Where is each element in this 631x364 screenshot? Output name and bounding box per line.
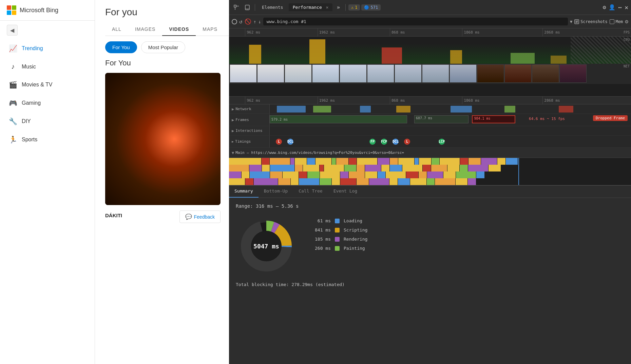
tab-videos[interactable]: VIDEOS — [162, 23, 196, 36]
device-toolbar-icon[interactable] — [243, 3, 252, 12]
screenshot-thumb-9 — [450, 64, 477, 83]
timing-FP: FP — [369, 139, 376, 145]
tab-images[interactable]: IMAGES — [128, 23, 162, 36]
sidebar-item-gaming[interactable]: 🎮 Gaming — [3, 94, 91, 112]
tab-summary[interactable]: Summary — [229, 186, 259, 198]
main-thread-label: Main — https://www.bing.com/videos/brows… — [235, 150, 404, 155]
more-options-icon[interactable]: ⋯ — [618, 4, 622, 11]
net-bar-7 — [559, 106, 573, 113]
microsoft-logo-icon — [7, 5, 16, 15]
bottom-tabs: Summary Bottom-Up Call Tree Event Log — [229, 186, 631, 198]
cpu-spike-1 — [249, 45, 261, 64]
url-field[interactable] — [263, 18, 568, 25]
settings-icon[interactable]: ⚙ — [603, 4, 606, 11]
mem-checkbox[interactable] — [610, 19, 614, 24]
devtools-panel: Elements Performance ✕ » ⚠ 1 🔵 571 ⚙ 👤 ⋯… — [229, 0, 631, 364]
rendering-ms: 185 ms — [310, 237, 331, 242]
topbar-divider — [255, 4, 255, 11]
tab-maps[interactable]: MAPS — [196, 23, 224, 36]
thread-row-2 — [229, 165, 631, 171]
cpu-spike-4 — [450, 50, 462, 64]
sidebar-item-diy[interactable]: 🔧 DIY — [3, 113, 91, 130]
screenshots-checkbox[interactable]: ✓ — [574, 19, 579, 24]
reload-icon[interactable]: ↺ — [239, 18, 243, 25]
frames-expand-icon[interactable]: ▶ — [232, 118, 234, 122]
timeline-ruler-second: 962 ms 1962 ms 868 ms 1868 ms 2868 ms — [229, 96, 631, 104]
sidebar-item-label-sports: Sports — [22, 137, 37, 143]
close-devtools-button[interactable]: ✕ — [625, 4, 628, 11]
rendering-label: Rendering — [344, 237, 367, 242]
painting-ms: 260 ms — [310, 246, 331, 251]
sidebar-nav: 📈 Trending ♪ Music 🎬 Movies & TV 🎮 Gamin… — [0, 40, 95, 148]
screenshot-thumb-4 — [312, 64, 339, 83]
summary-layout: 5047 ms 61 ms Loading 841 ms Scripting — [236, 216, 624, 277]
ruler2-868: 868 ms — [390, 97, 405, 104]
devtools-topbar: Elements Performance ✕ » ⚠ 1 🔵 571 ⚙ 👤 ⋯… — [229, 0, 631, 15]
screenshot-thumb-6 — [367, 64, 394, 83]
download-icon[interactable]: ↓ — [258, 19, 261, 24]
more-tabs-button[interactable]: » — [334, 3, 343, 12]
thread-row-4 — [229, 178, 631, 185]
inspect-element-icon[interactable] — [232, 3, 241, 12]
user-icon[interactable]: 👤 — [607, 3, 617, 12]
topbar-divider2 — [345, 4, 346, 11]
tab-event-log[interactable]: Event Log — [328, 186, 363, 198]
tab-call-tree[interactable]: Call Tree — [293, 186, 328, 198]
performance-tab-label: Performance — [293, 5, 322, 10]
info-badge[interactable]: 🔵 571 — [361, 4, 381, 11]
devtools-urlbar: ↺ 🚫 ↑ ↓ ▼ ✓ Screenshots Mem ⚙ — [229, 15, 631, 28]
painting-swatch — [335, 246, 340, 251]
filter-for-you[interactable]: For You — [105, 41, 137, 53]
performance-tab-close[interactable]: ✕ — [326, 5, 329, 10]
mem-checkbox-label[interactable]: Mem — [610, 19, 623, 24]
timeline-container[interactable]: 962 ms 1962 ms 868 ms 1868 ms 2868 ms FP… — [229, 28, 631, 96]
feedback-label: Feedback — [194, 214, 215, 220]
capture-settings-icon[interactable]: ⚙ — [625, 18, 628, 25]
screenshots-checkbox-label[interactable]: ✓ Screenshots — [574, 19, 607, 24]
upload-icon[interactable]: ↑ — [253, 19, 256, 24]
scripting-swatch — [335, 228, 340, 232]
main-thread-expand-icon[interactable]: ▼ — [232, 150, 234, 155]
stop-recording-icon[interactable]: 🚫 — [245, 18, 251, 25]
net-bar-3 — [360, 106, 371, 113]
sidebar-item-music[interactable]: ♪ Music — [3, 58, 91, 75]
sidebar-item-label-gaming: Gaming — [22, 100, 41, 106]
diy-icon: 🔧 — [9, 117, 17, 125]
sidebar-item-trending[interactable]: 📈 Trending — [3, 40, 91, 57]
net-bar-4 — [396, 106, 411, 113]
ruler-mark-962: 962 ms — [245, 28, 260, 36]
sidebar-item-movies-tv[interactable]: 🎬 Movies & TV — [3, 76, 91, 94]
ruler-mark-1868: 1868 ms — [462, 28, 479, 36]
cpu-spike-6 — [551, 56, 567, 64]
video-card[interactable] — [105, 73, 221, 205]
main-thread-bars — [229, 158, 631, 185]
frames-label-text: Frames — [235, 118, 249, 122]
screenshot-thumb-12 — [532, 64, 559, 83]
record-button[interactable] — [232, 19, 237, 24]
network-expand-icon[interactable]: ▶ — [232, 107, 234, 112]
elements-tab-label: Elements — [262, 5, 283, 10]
main-thread-content[interactable] — [229, 158, 631, 185]
main-thread-header: ▼ Main — https://www.bing.com/videos/bro… — [229, 148, 631, 158]
screenshot-thumb-8 — [422, 64, 449, 83]
mem-label-text: Mem — [616, 19, 623, 24]
gaming-icon: 🎮 — [9, 99, 17, 107]
sidebar-collapse-button[interactable]: ◀ — [7, 25, 18, 36]
tab-bottom-up[interactable]: Bottom-Up — [259, 186, 293, 198]
sidebar-item-sports[interactable]: 🏃 Sports — [3, 131, 91, 148]
sidebar-item-label-music: Music — [22, 64, 36, 70]
interactions-expand-icon[interactable]: ▶ — [232, 128, 234, 133]
timing-DCL: DCL — [287, 139, 293, 145]
url-dropdown-icon[interactable]: ▼ — [570, 19, 572, 24]
tab-performance[interactable]: Performance ✕ — [289, 3, 333, 11]
tab-all[interactable]: ALL — [105, 23, 128, 36]
music-icon: ♪ — [9, 63, 17, 70]
svg-rect-0 — [234, 5, 236, 7]
filter-most-popular[interactable]: Most Popular — [141, 41, 185, 53]
tab-elements[interactable]: Elements — [258, 3, 287, 11]
feedback-button[interactable]: 💬 Feedback — [179, 210, 221, 223]
playhead — [518, 158, 519, 185]
video-thumb-image — [105, 73, 221, 205]
warning-badge[interactable]: ⚠ 1 — [348, 4, 360, 11]
ruler-mark-868: 868 ms — [390, 28, 405, 36]
